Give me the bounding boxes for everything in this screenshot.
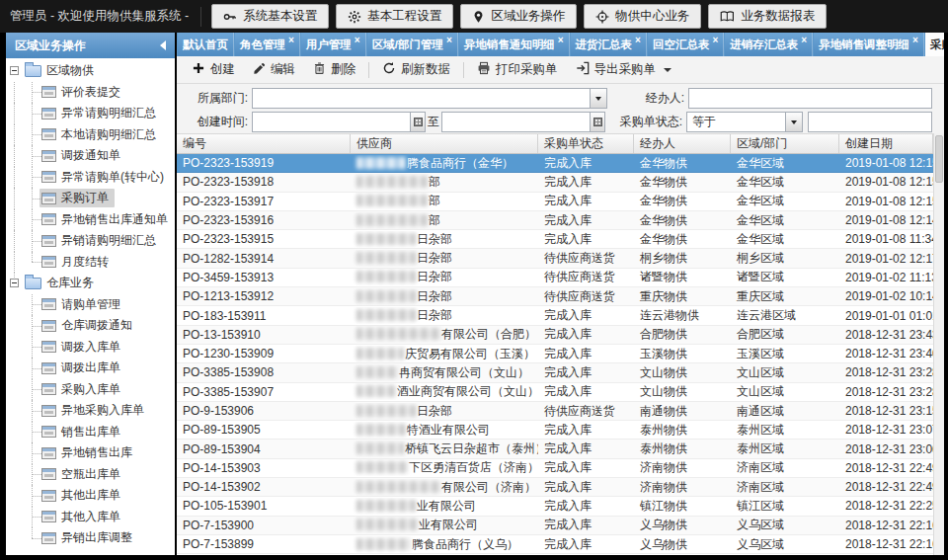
table-row[interactable]: PO-89-153904桥镇飞云日杂超市（泰州）完成入库泰州物供泰州区域2018…	[177, 440, 933, 458]
tab-用户管理[interactable]: 用户管理×	[301, 33, 366, 56]
tab-异地销售调整明细[interactable]: 异地销售调整明细×	[814, 33, 924, 56]
table-row[interactable]: PO-7-153899腾食品商行（义乌）完成入库义乌物供义乌区域2018-12-…	[177, 535, 933, 554]
collapse-minus-icon[interactable]	[10, 66, 19, 75]
close-icon[interactable]: ×	[712, 35, 718, 45]
column-header-区域/部门[interactable]: 区域/部门	[731, 134, 839, 153]
status-value-input[interactable]	[808, 112, 932, 132]
sidebar-collapse-icon[interactable]	[160, 40, 166, 50]
cell-handler: 义乌物供	[634, 536, 731, 553]
create-button[interactable]: 创建	[183, 58, 244, 82]
vertical-scrollbar[interactable]	[933, 133, 944, 555]
tab-异地销售通知明细[interactable]: 异地销售通知明细×	[459, 33, 570, 56]
close-icon[interactable]: ×	[288, 35, 294, 45]
table-row[interactable]: PO-2323-153917部完成入库金华物供金华区域2019-01-08 12…	[177, 193, 933, 211]
table-row[interactable]: PO-105-153901业有限公司完成入库镇江物供镇江区域2018-12-31…	[177, 497, 933, 516]
export-purchase-order-button[interactable]: 导出采购单	[567, 58, 681, 82]
tab-角色管理[interactable]: 角色管理×	[235, 33, 300, 56]
calendar-icon[interactable]	[590, 113, 604, 131]
close-icon[interactable]: ×	[801, 35, 807, 45]
dept-select[interactable]	[252, 88, 607, 109]
sidebar-item-异常请购明细汇总[interactable]: 异常请购明细汇总	[6, 103, 175, 124]
close-icon[interactable]: ×	[912, 35, 918, 45]
table-row[interactable]: PO-3459-153913日杂部待供应商送货诸暨物供诸暨区域2019-01-0…	[177, 269, 933, 287]
sidebar-item-销售出库单[interactable]: 销售出库单	[6, 422, 175, 443]
date-to-input[interactable]	[442, 114, 590, 130]
table-row[interactable]: PO-14-153902有限公司（济南）完成入库济南物供济南区域2018-12-…	[177, 478, 933, 497]
chevron-down-icon[interactable]	[590, 89, 606, 108]
sidebar-item-异销请购明细汇总[interactable]: 异销请购明细汇总	[6, 230, 175, 252]
sidebar-item-评价表提交[interactable]: 评价表提交	[6, 82, 175, 104]
status-operator-select[interactable]: 等于	[686, 112, 803, 132]
table-row[interactable]: PO-9-153906日杂部待供应商送货南通物供南通区域2018-12-31 2…	[177, 402, 933, 421]
tab-回空汇总表[interactable]: 回空汇总表×	[648, 33, 724, 56]
date-to-field[interactable]	[441, 112, 605, 132]
tab-进货汇总表[interactable]: 进货汇总表×	[571, 33, 647, 56]
sidebar-item-其他出库单[interactable]: 其他出库单	[6, 485, 175, 507]
chevron-down-icon[interactable]	[785, 113, 802, 131]
table-row[interactable]: PO-89-153905特酒业有限公司完成入库泰州物供泰州区域2018-12-3…	[177, 421, 933, 440]
sidebar-item-仓库调拨通知[interactable]: 仓库调拨通知	[6, 315, 175, 337]
date-from-field[interactable]	[252, 112, 426, 132]
tab-区域/部门管理[interactable]: 区域/部门管理×	[367, 33, 458, 56]
table-row[interactable]: PO-2323-153915日杂部完成入库金华物供金华区域2019-01-08 …	[177, 230, 933, 249]
print-purchase-order-button[interactable]: 打印采购单	[468, 58, 567, 82]
menu-business-reports-button[interactable]: 业务数据报表	[708, 4, 827, 29]
tab-进销存汇总表[interactable]: 进销存汇总表×	[725, 33, 813, 56]
table-row[interactable]: PO-1230-153909庆贸易有限公司（玉溪）完成入库玉溪物供玉溪区域201…	[177, 345, 933, 363]
table-row[interactable]: PO-1282-153914日杂部待供应商送货桐乡物供桐乡区域2019-01-0…	[177, 249, 933, 268]
sidebar-item-异地销售出库[interactable]: 异地销售出库	[6, 442, 175, 464]
sidebar-item-调拨通知单[interactable]: 调拨通知单	[6, 145, 175, 167]
table-row[interactable]: PO-7-153900业有限公司完成入库义乌物供义乌区域2018-12-31 2…	[177, 517, 933, 535]
supplier-text: 日杂部	[417, 308, 452, 322]
sidebar-group-区域物供[interactable]: 区域物供	[6, 60, 175, 82]
sidebar-item-调拨出库单[interactable]: 调拨出库单	[6, 358, 175, 379]
close-icon[interactable]: ×	[446, 35, 452, 45]
cell-region: 桐乡区域	[731, 250, 839, 267]
table-row[interactable]: PO-2323-153919腾食品商行（金华）完成入库金华物供金华区域2019-…	[177, 154, 933, 173]
sidebar-item-其他入库单[interactable]: 其他入库单	[6, 507, 175, 528]
cell-supplier: 业有限公司	[351, 498, 538, 515]
menu-regional-operations-button[interactable]: 区域业务操作	[460, 4, 577, 29]
collapse-minus-icon[interactable]	[10, 279, 19, 287]
table-row[interactable]: PO-183-153911日杂部完成入库连云港物供连云港区域2019-01-01…	[177, 306, 933, 325]
column-header-供应商[interactable]: 供应商	[351, 134, 538, 153]
close-icon[interactable]: ×	[355, 35, 360, 45]
sidebar-item-异地销售出库通知单[interactable]: 异地销售出库通知单	[6, 209, 175, 231]
sidebar-item-本地请购明细汇总[interactable]: 本地请购明细汇总	[6, 124, 175, 146]
column-header-经办人[interactable]: 经办人	[634, 134, 731, 153]
sidebar-item-调拨入库单[interactable]: 调拨入库单	[6, 337, 175, 359]
calendar-icon[interactable]	[410, 113, 425, 131]
refresh-button[interactable]: 刷新数据	[373, 58, 459, 82]
tab-采购订单[interactable]: 采购订单×	[925, 33, 944, 56]
table-row[interactable]: PO-2323-153916部完成入库金华物供金华区域2019-01-08 12…	[177, 211, 933, 230]
delete-button[interactable]: 删除	[304, 58, 364, 82]
table-row[interactable]: PO-13-153910有限公司（合肥）完成入库合肥物供合肥区域2018-12-…	[177, 326, 933, 345]
menu-supply-center-button[interactable]: 物供中心业务	[584, 4, 701, 29]
table-row[interactable]: PO-3385-153908冉商贸有限公司（文山）完成入库文山物供文山区域201…	[177, 363, 933, 382]
sidebar-item-请购单管理[interactable]: 请购单管理	[6, 294, 175, 316]
sidebar-item-异地采购入库单[interactable]: 异地采购入库单	[6, 400, 175, 422]
sidebar-item-月度结转[interactable]: 月度结转	[6, 252, 175, 274]
handler-input[interactable]	[688, 88, 932, 109]
sidebar-group-仓库业务[interactable]: 仓库业务	[6, 273, 175, 294]
date-from-input[interactable]	[253, 114, 410, 130]
table-row[interactable]: PO-2323-153918部完成入库金华物供金华区域2019-01-08 12…	[177, 173, 933, 192]
sidebar-item-采购入库单[interactable]: 采购入库单	[6, 379, 175, 401]
table-row[interactable]: PO-1213-153912日杂部待供应商送货重庆物供重庆区域2019-01-0…	[177, 287, 933, 306]
column-header-编号[interactable]: 编号	[177, 134, 351, 153]
column-header-创建日期[interactable]: 创建日期	[839, 134, 933, 153]
menu-system-settings-button[interactable]: 系统基本设置	[211, 4, 329, 29]
tab-默认首页[interactable]: 默认首页	[178, 33, 234, 56]
close-icon[interactable]: ×	[635, 35, 641, 45]
menu-basic-engineering-button[interactable]: 基本工程设置	[336, 4, 453, 29]
sidebar-item-异销出库调整[interactable]: 异销出库调整	[6, 527, 175, 549]
column-header-采购单状态[interactable]: 采购单状态	[538, 134, 634, 153]
table-row[interactable]: PO-14-153903下区勇清百货店（济南）完成入库济南物供济南区域2018-…	[177, 459, 933, 478]
sidebar-item-异常请购单(转中心)[interactable]: 异常请购单(转中心)	[6, 167, 175, 189]
edit-button[interactable]: 编辑	[244, 58, 304, 82]
sidebar-item-采购订单[interactable]: 采购订单	[6, 188, 175, 209]
close-icon[interactable]: ×	[558, 35, 564, 45]
sidebar-item-空瓶出库单[interactable]: 空瓶出库单	[6, 464, 175, 486]
table-row[interactable]: PO-3385-153907酒业商贸有限公司（文山）完成入库文山物供文山区域20…	[177, 383, 933, 402]
scrollbar-thumb[interactable]	[935, 135, 943, 183]
